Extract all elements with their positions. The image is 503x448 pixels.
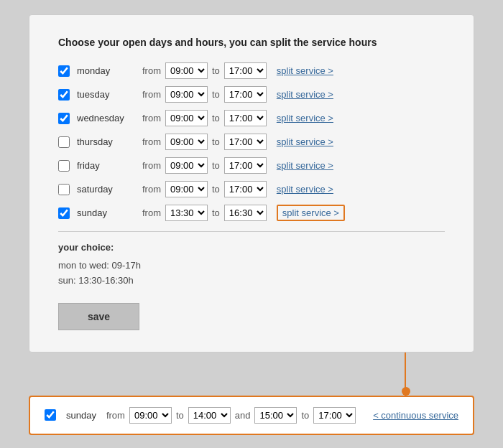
friday-checkbox[interactable] xyxy=(58,160,70,172)
saturday-from-select[interactable]: 06:0007:0008:0009:0010:0011:0012:0013:00… xyxy=(165,181,208,197)
wednesday-to-label: to xyxy=(212,113,220,123)
wednesday-from-label: from xyxy=(142,113,161,123)
wednesday-split-link[interactable]: split service > xyxy=(277,113,333,123)
thursday-to-select[interactable]: 06:0007:0008:0009:0010:0011:0012:0013:00… xyxy=(224,134,267,150)
connector-dot xyxy=(402,387,410,396)
monday-split-link[interactable]: split service > xyxy=(277,65,333,76)
friday-label: friday xyxy=(77,160,138,171)
sunday-from-select[interactable]: 06:0007:0008:0009:0010:0011:0012:0013:00… xyxy=(165,205,208,221)
split-to-label1: to xyxy=(176,410,184,421)
friday-to-select[interactable]: 06:0007:0008:0009:0010:0011:0012:0013:00… xyxy=(224,157,267,174)
saturday-to-select[interactable]: 06:0007:0008:0009:0010:0011:0012:0013:00… xyxy=(224,181,267,197)
tuesday-split-link[interactable]: split service > xyxy=(277,89,333,100)
thursday-to-label: to xyxy=(212,136,220,147)
saturday-checkbox[interactable] xyxy=(58,184,70,195)
sunday-from-label: from xyxy=(142,207,161,218)
wednesday-from-select[interactable]: 06:0007:0008:0009:0010:0011:0012:0013:00… xyxy=(165,110,208,126)
split-day-label: sunday xyxy=(66,410,96,421)
main-panel: Choose your open days and hours, you can… xyxy=(29,14,474,353)
thursday-split-link[interactable]: split service > xyxy=(277,136,333,147)
split-mid-select[interactable]: 15:00 xyxy=(254,407,297,424)
days-container: mondayfrom06:0007:0008:0009:0010:0011:00… xyxy=(58,62,445,221)
sunday-label: sunday xyxy=(77,207,138,218)
day-row-wednesday: wednesdayfrom06:0007:0008:0009:0010:0011… xyxy=(58,110,445,126)
monday-to-select[interactable]: 06:0007:0008:0009:0010:0011:0012:0013:00… xyxy=(224,62,267,79)
split-from-label: from xyxy=(106,410,125,421)
sunday-to-select[interactable]: 06:0007:0008:0009:0010:0011:0012:0013:00… xyxy=(224,205,267,221)
day-row-sunday: sundayfrom06:0007:0008:0009:0010:0011:00… xyxy=(58,205,445,221)
divider xyxy=(58,231,445,232)
save-button[interactable]: save xyxy=(58,303,139,330)
wednesday-to-select[interactable]: 06:0007:0008:0009:0010:0011:0012:0013:00… xyxy=(224,110,267,126)
continuous-service-link[interactable]: < continuous service xyxy=(373,410,458,421)
split-to-label2: to xyxy=(301,410,309,421)
sunday-split-link[interactable]: split service > xyxy=(277,205,345,221)
day-row-saturday: saturdayfrom06:0007:0008:0009:0010:0011:… xyxy=(58,181,445,197)
split-from-select[interactable]: 09:00 xyxy=(129,407,172,424)
monday-from-label: from xyxy=(142,65,161,76)
friday-from-select[interactable]: 06:0007:0008:0009:0010:0011:0012:0013:00… xyxy=(165,157,208,174)
your-choice-label: your choice: xyxy=(58,242,445,253)
day-row-tuesday: tuesdayfrom06:0007:0008:0009:0010:0011:0… xyxy=(58,86,445,103)
thursday-from-select[interactable]: 06:0007:0008:0009:0010:0011:0012:0013:00… xyxy=(165,134,208,150)
connector-area xyxy=(29,353,474,396)
day-row-thursday: thursdayfrom06:0007:0008:0009:0010:0011:… xyxy=(58,134,445,150)
friday-from-label: from xyxy=(142,160,161,171)
tuesday-to-label: to xyxy=(212,89,220,100)
split-to1-select[interactable]: 14:00 xyxy=(188,407,231,424)
tuesday-checkbox[interactable] xyxy=(58,89,70,101)
saturday-split-link[interactable]: split service > xyxy=(277,184,333,195)
choice-line-2: sun: 13:30-16:30h xyxy=(58,274,445,289)
wednesday-label: wednesday xyxy=(77,113,138,123)
monday-to-label: to xyxy=(212,65,220,76)
split-panel: sunday from 09:00 to 14:00 and 15:00 to … xyxy=(29,396,474,435)
choice-text: mon to wed: 09-17h sun: 13:30-16:30h xyxy=(58,258,445,289)
day-row-friday: fridayfrom06:0007:0008:0009:0010:0011:00… xyxy=(58,157,445,174)
monday-checkbox[interactable] xyxy=(58,65,70,77)
tuesday-from-label: from xyxy=(142,89,161,100)
tuesday-to-select[interactable]: 06:0007:0008:0009:0010:0011:0012:0013:00… xyxy=(224,86,267,103)
friday-split-link[interactable]: split service > xyxy=(277,160,333,171)
friday-to-label: to xyxy=(212,160,220,171)
saturday-from-label: from xyxy=(142,184,161,195)
thursday-label: thursday xyxy=(77,136,138,147)
day-row-monday: mondayfrom06:0007:0008:0009:0010:0011:00… xyxy=(58,62,445,79)
thursday-checkbox[interactable] xyxy=(58,136,70,148)
page-title: Choose your open days and hours, you can… xyxy=(58,37,445,48)
sunday-checkbox[interactable] xyxy=(58,207,70,219)
tuesday-label: tuesday xyxy=(77,89,138,100)
monday-label: monday xyxy=(77,65,138,76)
thursday-from-label: from xyxy=(142,136,161,147)
split-sunday-checkbox[interactable] xyxy=(45,409,56,421)
sunday-to-label: to xyxy=(212,207,220,218)
monday-from-select[interactable]: 06:0007:0008:0009:0010:0011:0012:0013:00… xyxy=(165,62,208,79)
wednesday-checkbox[interactable] xyxy=(58,113,70,124)
choice-line-1: mon to wed: 09-17h xyxy=(58,258,445,274)
split-and-label: and xyxy=(235,410,251,421)
saturday-to-label: to xyxy=(212,184,220,195)
saturday-label: saturday xyxy=(77,184,138,195)
split-to2-select[interactable]: 17:00 xyxy=(313,407,356,424)
tuesday-from-select[interactable]: 06:0007:0008:0009:0010:0011:0012:0013:00… xyxy=(165,86,208,103)
